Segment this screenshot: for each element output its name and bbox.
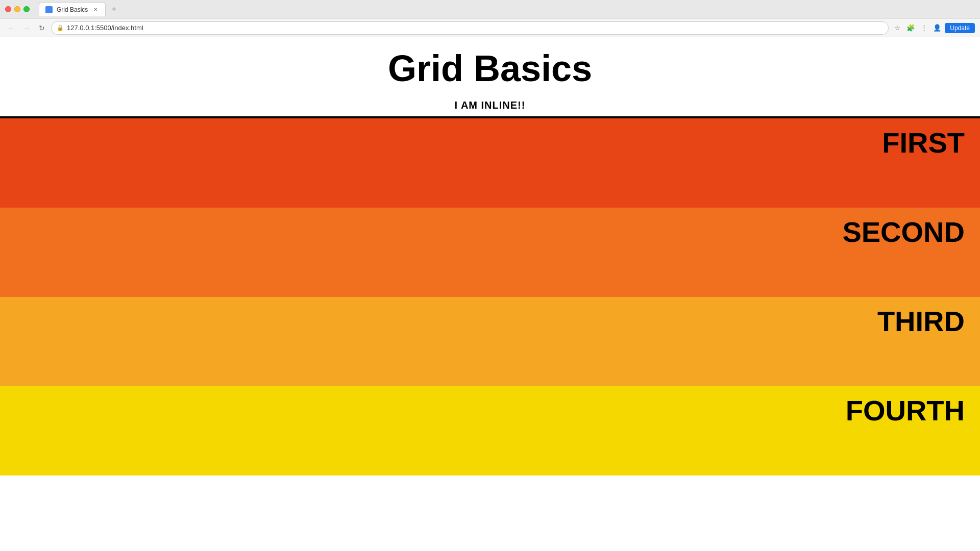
tab-favicon	[45, 6, 53, 13]
browser-titlebar: Grid Basics ✕ +	[0, 0, 980, 18]
bookmarks-icon[interactable]: ☆	[892, 22, 903, 34]
traffic-lights	[5, 6, 30, 12]
minimize-button[interactable]	[14, 6, 20, 12]
page-header: Grid Basics	[0, 37, 980, 94]
page-content: Grid Basics I AM INLINE!! FIRST SECOND T…	[0, 37, 980, 475]
toolbar-right: ☆ 🧩 ⋮ 👤 Update	[892, 22, 975, 34]
browser-chrome: Grid Basics ✕ + ← → ↻ 🔒 127.0.0.1:5500/i…	[0, 0, 980, 37]
refresh-button[interactable]: ↻	[36, 22, 48, 34]
grid-item-second-label: SECOND	[842, 215, 965, 248]
address-bar[interactable]: 🔒 127.0.0.1:5500/index.html	[51, 21, 889, 35]
url-text: 127.0.0.1:5500/index.html	[67, 24, 883, 32]
profile-icon[interactable]: 👤	[932, 22, 943, 34]
forward-button[interactable]: →	[20, 22, 33, 34]
settings-icon[interactable]: ⋮	[918, 22, 929, 34]
grid-item-third-label: THIRD	[877, 305, 965, 338]
browser-toolbar: ← → ↻ 🔒 127.0.0.1:5500/index.html ☆ 🧩 ⋮ …	[0, 18, 980, 37]
maximize-button[interactable]	[23, 6, 30, 12]
grid-container: FIRST SECOND THIRD FOURTH	[0, 116, 980, 475]
back-button[interactable]: ←	[5, 22, 17, 34]
extensions-icon[interactable]: 🧩	[905, 22, 916, 34]
close-tab-button[interactable]: ✕	[92, 6, 99, 13]
page-title: Grid Basics	[0, 47, 980, 89]
grid-item-first-label: FIRST	[882, 126, 965, 159]
active-tab[interactable]: Grid Basics ✕	[39, 2, 106, 16]
grid-item-third: THIRD	[0, 297, 980, 386]
update-button[interactable]: Update	[945, 23, 975, 33]
grid-item-fourth-label: FOURTH	[846, 394, 965, 427]
grid-item-fourth: FOURTH	[0, 386, 980, 475]
security-icon: 🔒	[57, 24, 64, 31]
tab-title: Grid Basics	[57, 6, 88, 13]
grid-item-first: FIRST	[0, 118, 980, 208]
inline-text: I AM INLINE!!	[0, 94, 980, 116]
grid-item-second: SECOND	[0, 208, 980, 297]
tab-bar: Grid Basics ✕ +	[39, 2, 975, 16]
new-tab-button[interactable]: +	[108, 3, 120, 15]
close-button[interactable]	[5, 6, 11, 12]
